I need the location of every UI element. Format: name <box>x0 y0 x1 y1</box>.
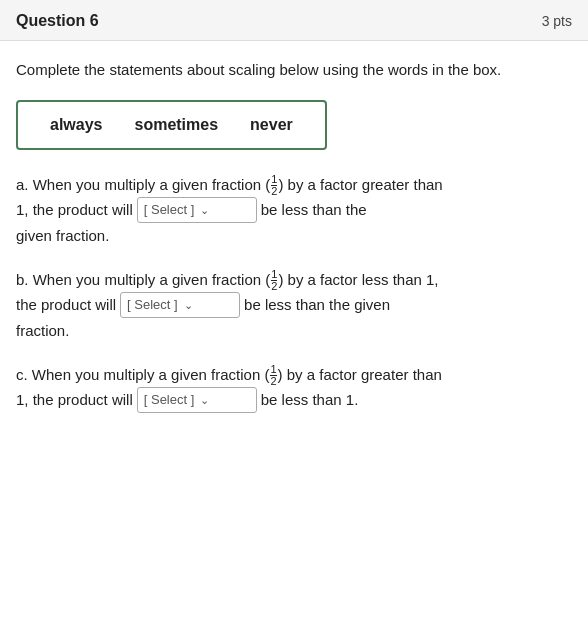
select-c-wrapper[interactable]: [ Select ] ⌄ [ Select ] always sometimes… <box>137 387 257 413</box>
question-c-prefix: c. When you multiply a given fraction ( <box>16 366 269 383</box>
word-always: always <box>50 116 102 134</box>
question-b-answer-row: the product will [ Select ] ⌄ [ Select ]… <box>16 292 572 318</box>
question-title: Question 6 <box>16 12 99 30</box>
question-a-last: given fraction. <box>16 223 572 249</box>
question-header: Question 6 3 pts <box>0 0 588 41</box>
question-b-suffix: be less than the given <box>244 292 390 318</box>
word-never: never <box>250 116 293 134</box>
question-a-prefix: a. When you multiply a given fraction ( <box>16 176 270 193</box>
question-b-text2: the product will <box>16 292 116 318</box>
question-b-middle: ) by a factor less than 1, <box>278 271 438 288</box>
question-b-prefix: b. When you multiply a given fraction ( <box>16 271 270 288</box>
question-points: 3 pts <box>542 13 572 29</box>
question-c: c. When you multiply a given fraction (1… <box>16 362 572 414</box>
question-c-answer-row: 1, the product will [ Select ] ⌄ [ Selec… <box>16 387 572 413</box>
question-a: a. When you multiply a given fraction (1… <box>16 172 572 249</box>
select-b-wrapper[interactable]: [ Select ] ⌄ [ Select ] always sometimes… <box>120 292 240 318</box>
word-box: always sometimes never <box>16 100 327 150</box>
instructions-text: Complete the statements about scaling be… <box>16 59 572 82</box>
question-a-suffix: be less than the <box>261 197 367 223</box>
fraction-a: 12 <box>271 174 277 197</box>
fraction-b: 12 <box>271 269 277 292</box>
question-a-answer-row: 1, the product will [ Select ] ⌄ [ Selec… <box>16 197 572 223</box>
word-sometimes: sometimes <box>134 116 218 134</box>
select-a-wrapper[interactable]: [ Select ] ⌄ [ Select ] always sometimes… <box>137 197 257 223</box>
question-c-suffix: be less than 1. <box>261 387 359 413</box>
page-container: Question 6 3 pts Complete the statements… <box>0 0 588 638</box>
question-c-middle: ) by a factor greater than <box>278 366 442 383</box>
question-c-text2: 1, the product will <box>16 387 133 413</box>
fraction-c: 12 <box>270 364 276 387</box>
question-b-last: fraction. <box>16 318 572 344</box>
question-b: b. When you multiply a given fraction (1… <box>16 267 572 344</box>
content-area: Complete the statements about scaling be… <box>0 41 588 447</box>
question-a-text2: 1, the product will <box>16 197 133 223</box>
question-a-middle: ) by a factor greater than <box>278 176 442 193</box>
